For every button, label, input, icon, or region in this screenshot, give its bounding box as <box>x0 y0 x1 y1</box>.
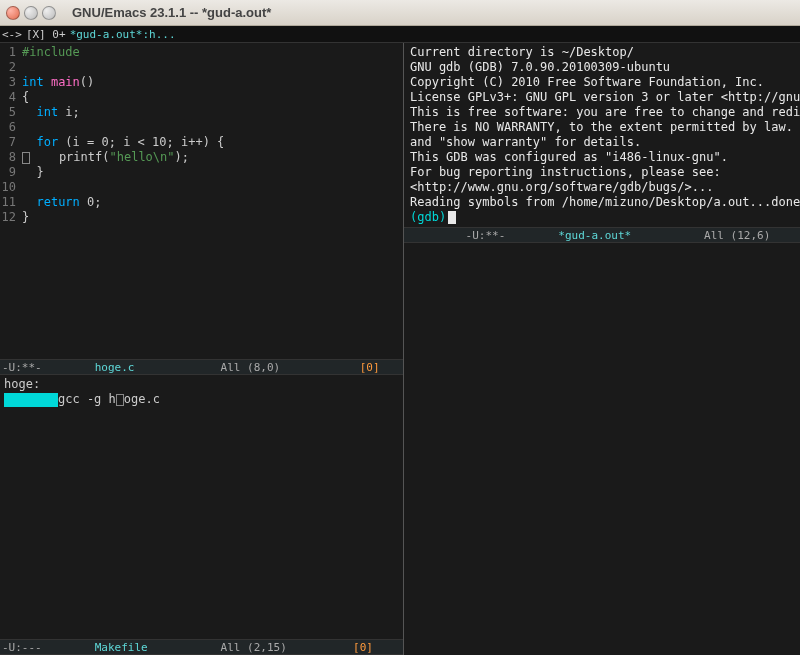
ml-position: All (2,15) <box>221 641 287 654</box>
ml-col: [0] <box>360 361 380 374</box>
ml-state: -U:**- <box>2 361 42 374</box>
source-modeline: -U:**- hoge.c All (8,0) [0] (C/l hs Dril… <box>0 359 403 375</box>
source-pane[interactable]: 1#include 23int main()4{5 int i;67 for (… <box>0 43 403 375</box>
workspace: 1#include 23int main()4{5 int i;67 for (… <box>0 43 800 655</box>
left-column: 1#include 23int main()4{5 int i;67 for (… <box>0 43 404 655</box>
close-icon[interactable] <box>6 6 20 20</box>
gud-modeline: -U:**- *gud-a.out* All (12,6) [0] (Debug… <box>404 227 800 243</box>
makefile-cmd: gcc -g hoge.c <box>4 392 399 407</box>
ml-buffer: Makefile <box>95 641 148 654</box>
makefile-body[interactable]: hoge: gcc -g hoge.c <box>0 375 403 639</box>
makefile-target: hoge: <box>4 377 399 392</box>
tab-highlight <box>4 393 58 407</box>
ml-state: -U:**- <box>466 229 506 242</box>
makefile-modeline: -U:--- Makefile All (2,15) [0] (GNUmakef… <box>0 639 403 655</box>
ml-buffer: hoge.c <box>95 361 135 374</box>
ml-col: [0] <box>353 641 373 654</box>
window-titlebar: GNU/Emacs 23.1.1 -- *gud-a.out* <box>0 0 800 26</box>
window-title: GNU/Emacs 23.1.1 -- *gud-a.out* <box>72 6 794 19</box>
gud-output[interactable]: Current directory is ~/Desktop/GNU gdb (… <box>404 43 800 227</box>
tabline-prefix: <-> <box>0 28 24 41</box>
tabline-active[interactable]: *gud-a.out*:h... <box>68 28 178 41</box>
right-column: Current directory is ~/Desktop/GNU gdb (… <box>404 43 800 655</box>
ml-buffer: *gud-a.out* <box>558 229 631 242</box>
source-code[interactable]: 1#include 23int main()4{5 int i;67 for (… <box>0 43 403 359</box>
tab-line[interactable]: <-> [X] 0+ *gud-a.out*:h... <box>0 26 800 43</box>
maximize-icon[interactable] <box>42 6 56 20</box>
makefile-pane[interactable]: hoge: gcc -g hoge.c -U:--- Makefile All … <box>0 375 403 655</box>
ml-position: All (12,6) <box>704 229 770 242</box>
ml-state: -U:--- <box>2 641 42 654</box>
ml-position: All (8,0) <box>221 361 281 374</box>
gud-pane[interactable]: Current directory is ~/Desktop/GNU gdb (… <box>404 43 800 655</box>
minimize-icon[interactable] <box>24 6 38 20</box>
tabline-cell[interactable]: [X] 0+ <box>24 28 68 41</box>
